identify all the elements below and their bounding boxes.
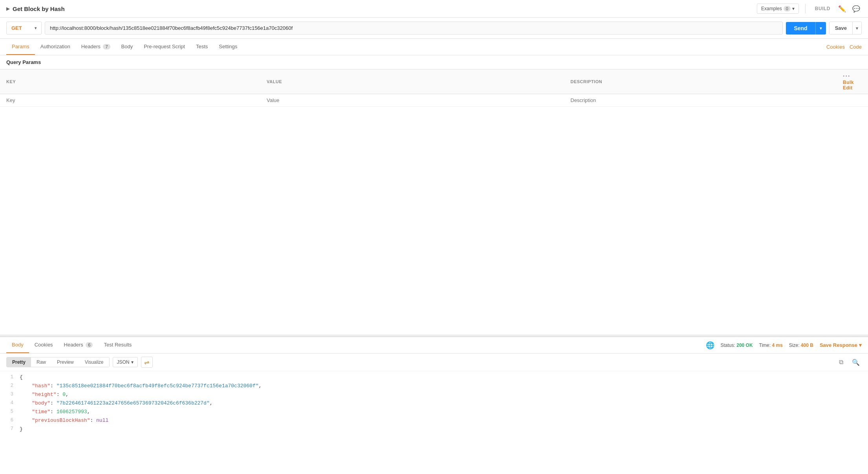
top-bar-right: Examples 0 ▾ BUILD ✏️ 💬	[757, 3, 862, 14]
build-button[interactable]: BUILD	[812, 4, 833, 13]
chevron-down-icon: ▾	[859, 342, 862, 348]
copy-button[interactable]: ⧉	[835, 357, 847, 368]
search-button[interactable]: 🔍	[850, 357, 862, 368]
url-bar: GET ▾ Send ▾ Save ▾	[0, 18, 868, 39]
url-input[interactable]	[45, 22, 783, 35]
size-value: 400 B	[801, 343, 813, 348]
res-tab-headers[interactable]: Headers 6	[59, 337, 99, 353]
bulk-edit-button[interactable]: Bulk Edit	[843, 80, 854, 91]
response-tabs: Body Cookies Headers 6 Test Results 🌐 St…	[0, 337, 868, 354]
value-input[interactable]	[267, 97, 558, 103]
format-tab-visualize[interactable]: Visualize	[79, 357, 109, 367]
res-tab-cookies[interactable]: Cookies	[29, 337, 59, 353]
response-code-view: 1 { 2 "hash": "135c8518ee021884f70bec6f8…	[0, 371, 868, 474]
cookies-link[interactable]: Cookies	[826, 39, 845, 55]
code-line-5: 5 "time": 1606257993,	[0, 409, 868, 417]
table-row	[0, 94, 868, 107]
tab-body[interactable]: Body	[116, 39, 139, 55]
description-input[interactable]	[571, 97, 831, 103]
format-tab-raw[interactable]: Raw	[31, 357, 51, 367]
tab-settings[interactable]: Settings	[213, 39, 243, 55]
description-column-header: DESCRIPTION	[564, 69, 837, 94]
top-bar: ▶ Get Block by Hash Examples 0 ▾ BUILD ✏…	[0, 0, 868, 18]
send-button[interactable]: Send	[786, 22, 815, 35]
res-tab-test-results[interactable]: Test Results	[98, 337, 137, 353]
tab-params[interactable]: Params	[6, 39, 35, 55]
chevron-down-icon: ▾	[792, 6, 795, 11]
code-link[interactable]: Code	[850, 39, 862, 55]
examples-button[interactable]: Examples 0 ▾	[757, 4, 799, 14]
save-response-button[interactable]: Save Response ▾	[820, 342, 862, 348]
divider	[805, 4, 806, 13]
headers-badge: 7	[103, 44, 110, 49]
code-line-2: 2 "hash": "135c8518ee021884f70bec6f8acfb…	[0, 383, 868, 392]
code-line-6: 6 "previousBlockHash": null	[0, 417, 868, 426]
time-value: 4 ms	[772, 343, 782, 348]
edit-icon[interactable]: ✏️	[837, 3, 848, 14]
code-line-4: 4 "body": "7b2264617461223a2247656e65736…	[0, 400, 868, 409]
code-line-3: 3 "height": 0,	[0, 392, 868, 400]
tab-pre-request-script[interactable]: Pre-request Script	[138, 39, 190, 55]
value-column-header: VALUE	[260, 69, 564, 94]
tab-tests[interactable]: Tests	[190, 39, 213, 55]
save-dropdown-button[interactable]: ▾	[852, 22, 861, 34]
expand-icon: ▶	[6, 6, 9, 11]
send-dropdown-button[interactable]: ▾	[815, 22, 826, 35]
format-tab-preview[interactable]: Preview	[51, 357, 79, 367]
params-table: KEY VALUE DESCRIPTION ··· Bulk Edit	[0, 69, 868, 107]
response-status: 🌐 Status: 200 OK Time: 4 ms Size: 400 B …	[706, 341, 862, 350]
examples-badge: 0	[784, 6, 791, 11]
more-options-icon[interactable]: ···	[843, 73, 850, 79]
save-button-group: Save ▾	[829, 22, 862, 35]
comment-icon[interactable]: 💬	[851, 3, 862, 14]
format-bar-right: ⧉ 🔍	[835, 357, 862, 368]
send-button-group: Send ▾	[786, 22, 826, 35]
res-tab-body[interactable]: Body	[6, 337, 29, 353]
response-section: Body Cookies Headers 6 Test Results 🌐 St…	[0, 337, 868, 474]
globe-icon[interactable]: 🌐	[706, 341, 714, 350]
format-bar: Pretty Raw Preview Visualize JSON ▾ ⇌ ⧉ …	[0, 354, 868, 371]
method-select[interactable]: GET ▾	[6, 22, 42, 35]
query-params-section: Query Params KEY VALUE DESCRIPTION ··· B…	[0, 55, 868, 335]
key-column-header: KEY	[0, 69, 260, 94]
save-button[interactable]: Save	[830, 22, 852, 34]
tab-headers[interactable]: Headers 7	[76, 39, 116, 55]
code-line-7: 7 }	[0, 426, 868, 435]
query-params-label: Query Params	[0, 55, 868, 69]
key-input[interactable]	[6, 97, 254, 103]
request-tabs-right: Cookies Code	[826, 39, 862, 55]
tab-authorization[interactable]: Authorization	[35, 39, 76, 55]
chevron-down-icon: ▾	[35, 26, 37, 30]
format-tabs: Pretty Raw Preview Visualize	[6, 357, 110, 367]
actions-column-header: ··· Bulk Edit	[837, 69, 868, 94]
status-value: 200 OK	[736, 343, 753, 348]
wrap-button[interactable]: ⇌	[141, 357, 153, 368]
request-title: ▶ Get Block by Hash	[6, 5, 752, 12]
res-headers-badge: 6	[86, 342, 93, 348]
code-line-1: 1 {	[0, 374, 868, 383]
format-tab-pretty[interactable]: Pretty	[7, 357, 31, 367]
json-format-select[interactable]: JSON ▾	[113, 357, 138, 367]
request-tabs: Params Authorization Headers 7 Body Pre-…	[0, 39, 868, 55]
chevron-down-icon: ▾	[131, 359, 134, 365]
